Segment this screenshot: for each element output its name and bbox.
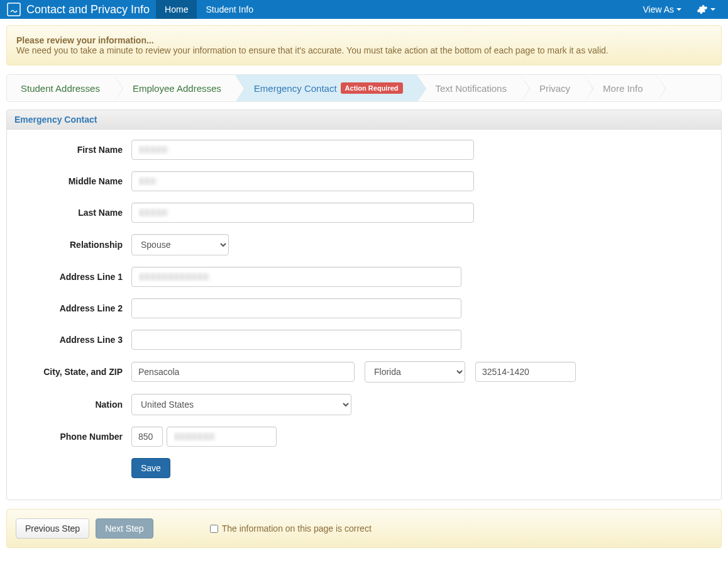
footer-bar: Previous Step Next Step The information … bbox=[6, 509, 722, 548]
settings-dropdown[interactable] bbox=[690, 4, 722, 15]
middle-name-label: Middle Name bbox=[18, 176, 131, 186]
step-label: More Info bbox=[603, 83, 643, 94]
view-as-dropdown[interactable]: View As bbox=[634, 0, 690, 19]
confirm-checkbox-wrap[interactable]: The information on this page is correct bbox=[210, 523, 372, 534]
alert-title: Please review your information... bbox=[16, 35, 712, 45]
address1-label: Address Line 1 bbox=[18, 272, 131, 282]
relationship-label: Relationship bbox=[18, 240, 131, 250]
caret-down-icon bbox=[676, 8, 681, 11]
review-alert: Please review your information... We nee… bbox=[6, 25, 722, 65]
step-text-notifications[interactable]: Text Notifications bbox=[417, 75, 521, 101]
nav-student-info[interactable]: Student Info bbox=[197, 0, 262, 19]
confirm-checkbox[interactable] bbox=[210, 525, 218, 533]
first-name-input[interactable] bbox=[131, 140, 474, 160]
last-name-label: Last Name bbox=[18, 208, 131, 218]
city-input[interactable] bbox=[131, 362, 355, 382]
brand: Contact and Privacy Info bbox=[6, 2, 150, 17]
previous-step-button[interactable]: Previous Step bbox=[16, 518, 89, 539]
middle-name-input[interactable] bbox=[131, 171, 474, 191]
zip-input[interactable] bbox=[475, 362, 576, 382]
panel-heading: Emergency Contact bbox=[7, 110, 721, 130]
relationship-select[interactable]: Spouse bbox=[131, 234, 229, 255]
action-required-badge: Action Required bbox=[341, 82, 403, 94]
alert-body: We need you to take a minute to review y… bbox=[16, 45, 712, 55]
address3-label: Address Line 3 bbox=[18, 335, 131, 345]
step-label: Text Notifications bbox=[436, 83, 507, 94]
step-label: Employee Addresses bbox=[133, 83, 221, 94]
address2-input[interactable] bbox=[131, 298, 461, 318]
first-name-label: First Name bbox=[18, 145, 131, 155]
confirm-label: The information on this page is correct bbox=[222, 523, 372, 534]
app-title: Contact and Privacy Info bbox=[26, 3, 150, 16]
nav-home[interactable]: Home bbox=[156, 0, 197, 19]
nav-student-info-label: Student Info bbox=[206, 4, 253, 14]
view-as-label: View As bbox=[643, 4, 674, 14]
nation-label: Nation bbox=[18, 400, 131, 410]
step-employee-addresses[interactable]: Employee Addresses bbox=[114, 75, 235, 101]
address2-label: Address Line 2 bbox=[18, 303, 131, 313]
step-student-addresses[interactable]: Student Addresses bbox=[7, 75, 114, 101]
wizard-steps: Student Addresses Employee Addresses Eme… bbox=[6, 74, 722, 102]
step-emergency-contact[interactable]: Emergency Contact Action Required bbox=[235, 75, 417, 101]
step-more-info[interactable]: More Info bbox=[584, 75, 656, 101]
area-code-input[interactable] bbox=[131, 427, 163, 447]
step-label: Emergency Contact bbox=[254, 83, 337, 94]
navbar: Contact and Privacy Info Home Student In… bbox=[0, 0, 728, 19]
address1-input[interactable] bbox=[131, 267, 461, 287]
step-label: Privacy bbox=[539, 83, 570, 94]
csz-label: City, State, and ZIP bbox=[18, 367, 131, 377]
step-label: Student Addresses bbox=[21, 83, 100, 94]
svg-rect-0 bbox=[8, 3, 20, 16]
phone-label: Phone Number bbox=[18, 432, 131, 442]
gear-icon bbox=[697, 4, 708, 15]
last-name-input[interactable] bbox=[131, 203, 474, 223]
phone-input[interactable] bbox=[167, 427, 277, 447]
step-privacy[interactable]: Privacy bbox=[521, 75, 584, 101]
next-step-button[interactable]: Next Step bbox=[96, 518, 153, 539]
save-button[interactable]: Save bbox=[131, 458, 170, 478]
address3-input[interactable] bbox=[131, 330, 461, 350]
state-select[interactable]: Florida bbox=[365, 361, 465, 383]
caret-down-icon bbox=[710, 8, 715, 11]
nation-select[interactable]: United States bbox=[131, 394, 351, 415]
logo-icon bbox=[6, 2, 21, 17]
nav-home-label: Home bbox=[165, 4, 188, 14]
emergency-contact-panel: Emergency Contact First Name Middle Name… bbox=[6, 109, 722, 500]
